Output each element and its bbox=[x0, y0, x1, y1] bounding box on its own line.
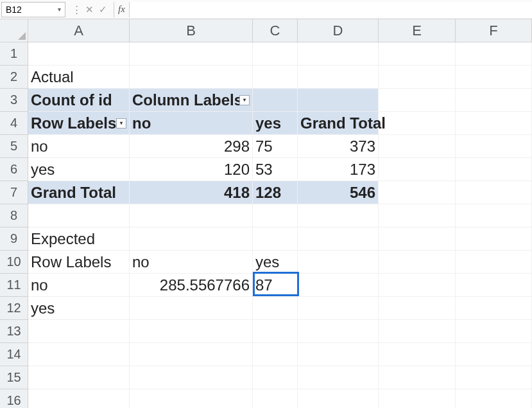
row-header-15[interactable]: 15 bbox=[0, 366, 28, 389]
cell-C8[interactable] bbox=[253, 204, 298, 227]
cell-A14[interactable] bbox=[28, 343, 130, 366]
cell-A13[interactable] bbox=[28, 320, 130, 343]
cell-A1[interactable] bbox=[28, 42, 130, 66]
cell-E9[interactable] bbox=[379, 227, 456, 251]
cell-B9[interactable] bbox=[130, 227, 253, 251]
cell-C10[interactable]: yes bbox=[253, 251, 298, 274]
cell-A9[interactable]: Expected bbox=[28, 227, 130, 251]
cell-A11[interactable]: no bbox=[28, 274, 130, 297]
cell-C11[interactable]: 87 bbox=[253, 274, 298, 297]
cell-F13[interactable] bbox=[456, 320, 532, 343]
cell-D4[interactable]: Grand Total bbox=[298, 112, 379, 135]
row-header-3[interactable]: 3 bbox=[0, 89, 28, 112]
cell-D6[interactable]: 173 bbox=[298, 158, 379, 181]
row-header-9[interactable]: 9 bbox=[0, 227, 28, 251]
row-header-14[interactable]: 14 bbox=[0, 343, 28, 366]
cell-E15[interactable] bbox=[379, 366, 456, 389]
cell-E2[interactable] bbox=[379, 66, 456, 89]
cell-B13[interactable] bbox=[130, 320, 253, 343]
cell-F8[interactable] bbox=[456, 204, 532, 227]
cell-D8[interactable] bbox=[298, 204, 379, 227]
col-header-F[interactable]: F bbox=[456, 19, 532, 42]
cell-B14[interactable] bbox=[130, 343, 253, 366]
row-header-16[interactable]: 16 bbox=[0, 389, 28, 408]
cell-F12[interactable] bbox=[456, 297, 532, 320]
cell-D2[interactable] bbox=[298, 66, 379, 89]
cell-E11[interactable] bbox=[379, 274, 456, 297]
col-header-E[interactable]: E bbox=[379, 19, 456, 42]
cell-B15[interactable] bbox=[130, 366, 253, 389]
cell-A7[interactable]: Grand Total bbox=[28, 181, 130, 204]
row-header-12[interactable]: 12 bbox=[0, 297, 28, 320]
cell-D3[interactable] bbox=[298, 89, 379, 112]
cell-F6[interactable] bbox=[456, 158, 532, 181]
row-header-5[interactable]: 5 bbox=[0, 135, 28, 158]
col-header-B[interactable]: B bbox=[130, 19, 253, 42]
cell-A4[interactable]: Row Labels ▾ bbox=[28, 112, 130, 135]
row-labels-filter-dropdown[interactable]: ▾ bbox=[116, 118, 126, 129]
cell-B3[interactable]: Column Labels ▾ bbox=[130, 89, 253, 112]
row-header-2[interactable]: 2 bbox=[0, 66, 28, 89]
fx-icon[interactable]: fx bbox=[114, 4, 129, 15]
cell-E12[interactable] bbox=[379, 297, 456, 320]
col-header-C[interactable]: C bbox=[253, 19, 298, 42]
cell-B5[interactable]: 298 bbox=[130, 135, 253, 158]
row-header-7[interactable]: 7 bbox=[0, 181, 28, 204]
cell-C4[interactable]: yes bbox=[253, 112, 298, 135]
cell-F9[interactable] bbox=[456, 227, 532, 251]
cell-E16[interactable] bbox=[379, 389, 456, 408]
cell-D9[interactable] bbox=[298, 227, 379, 251]
cell-E3[interactable] bbox=[379, 89, 456, 112]
select-all-corner[interactable] bbox=[0, 19, 28, 42]
row-header-1[interactable]: 1 bbox=[0, 42, 28, 66]
cell-E5[interactable] bbox=[379, 135, 456, 158]
cell-D5[interactable]: 373 bbox=[298, 135, 379, 158]
cell-E1[interactable] bbox=[379, 42, 456, 66]
cell-D12[interactable] bbox=[298, 297, 379, 320]
cell-B2[interactable] bbox=[130, 66, 253, 89]
cell-E8[interactable] bbox=[379, 204, 456, 227]
cell-F11[interactable] bbox=[456, 274, 532, 297]
cell-D13[interactable] bbox=[298, 320, 379, 343]
cell-A2[interactable]: Actual bbox=[28, 66, 130, 89]
cell-E6[interactable] bbox=[379, 158, 456, 181]
accept-icon[interactable]: ✓ bbox=[99, 4, 107, 15]
cell-B6[interactable]: 120 bbox=[130, 158, 253, 181]
cell-C2[interactable] bbox=[253, 66, 298, 89]
cell-C7[interactable]: 128 bbox=[253, 181, 298, 204]
cell-C16[interactable] bbox=[253, 389, 298, 408]
cell-A8[interactable] bbox=[28, 204, 130, 227]
cell-D16[interactable] bbox=[298, 389, 379, 408]
cell-B7[interactable]: 418 bbox=[130, 181, 253, 204]
cell-F10[interactable] bbox=[456, 251, 532, 274]
cell-A15[interactable] bbox=[28, 366, 130, 389]
cell-A10[interactable]: Row Labels bbox=[28, 251, 130, 274]
cell-C15[interactable] bbox=[253, 366, 298, 389]
cell-C6[interactable]: 53 bbox=[253, 158, 298, 181]
formula-input[interactable] bbox=[129, 2, 532, 17]
cell-F1[interactable] bbox=[456, 42, 532, 66]
cell-A12[interactable]: yes bbox=[28, 297, 130, 320]
cell-D11[interactable] bbox=[298, 274, 379, 297]
cell-B4[interactable]: no bbox=[130, 112, 253, 135]
cell-C14[interactable] bbox=[253, 343, 298, 366]
cell-F15[interactable] bbox=[456, 366, 532, 389]
cell-E10[interactable] bbox=[379, 251, 456, 274]
cell-E14[interactable] bbox=[379, 343, 456, 366]
cell-F14[interactable] bbox=[456, 343, 532, 366]
cell-D14[interactable] bbox=[298, 343, 379, 366]
cell-B12[interactable] bbox=[130, 297, 253, 320]
row-header-13[interactable]: 13 bbox=[0, 320, 28, 343]
cell-D15[interactable] bbox=[298, 366, 379, 389]
cell-E4[interactable] bbox=[379, 112, 456, 135]
col-header-D[interactable]: D bbox=[298, 19, 379, 42]
cell-A6[interactable]: yes bbox=[28, 158, 130, 181]
cell-D1[interactable] bbox=[298, 42, 379, 66]
row-header-6[interactable]: 6 bbox=[0, 158, 28, 181]
cell-B16[interactable] bbox=[130, 389, 253, 408]
cell-D10[interactable] bbox=[298, 251, 379, 274]
cell-A16[interactable] bbox=[28, 389, 130, 408]
col-header-A[interactable]: A bbox=[28, 19, 130, 42]
cell-C3[interactable] bbox=[253, 89, 298, 112]
cell-C1[interactable] bbox=[253, 42, 298, 66]
